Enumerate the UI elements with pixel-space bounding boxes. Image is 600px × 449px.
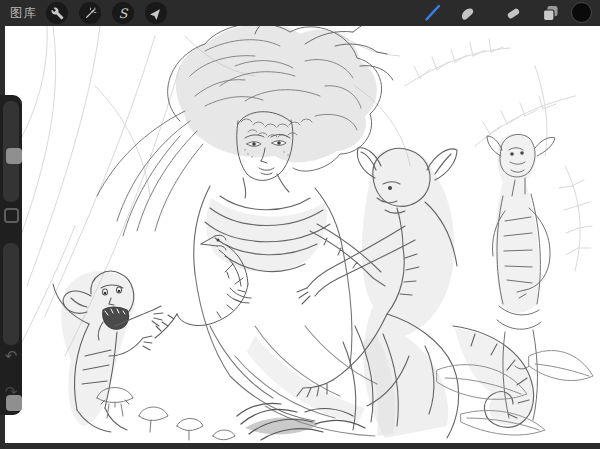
gallery-button[interactable]: 图库 <box>10 0 37 26</box>
bottom-bar <box>0 443 600 449</box>
modify-button[interactable] <box>4 208 19 223</box>
top-toolbar: 图库 S <box>0 0 600 26</box>
actions-button[interactable] <box>46 2 68 24</box>
color-swatch-button[interactable] <box>571 2 592 23</box>
magic-wand-icon <box>84 7 97 20</box>
paint-tool-button[interactable] <box>420 1 444 25</box>
mushrooms <box>97 388 235 441</box>
brush-sidebar: ↶ ↷ <box>0 95 22 415</box>
paint-brush-icon <box>421 2 443 24</box>
eraser-icon <box>503 3 524 24</box>
smudge-icon <box>457 3 478 24</box>
selection-button[interactable]: S <box>112 2 134 24</box>
redo-button[interactable]: ↷ <box>0 383 22 401</box>
undo-button[interactable]: ↶ <box>0 347 22 365</box>
wrench-icon <box>51 7 64 20</box>
transform-button[interactable] <box>145 2 167 24</box>
smudge-tool-button[interactable] <box>455 1 479 25</box>
layers-button[interactable] <box>538 1 562 25</box>
brush-size-handle[interactable] <box>6 148 22 164</box>
adjustments-button[interactable] <box>79 2 101 24</box>
transform-arrow-icon <box>150 7 163 20</box>
shading <box>61 26 539 438</box>
drawing-canvas[interactable] <box>5 26 600 443</box>
erase-tool-button[interactable] <box>501 1 525 25</box>
canvas-artwork <box>5 26 600 443</box>
brush-size-slider[interactable] <box>3 101 19 202</box>
selection-s-icon: S <box>119 6 129 21</box>
opacity-slider[interactable] <box>3 243 19 345</box>
layers-icon <box>540 3 561 24</box>
